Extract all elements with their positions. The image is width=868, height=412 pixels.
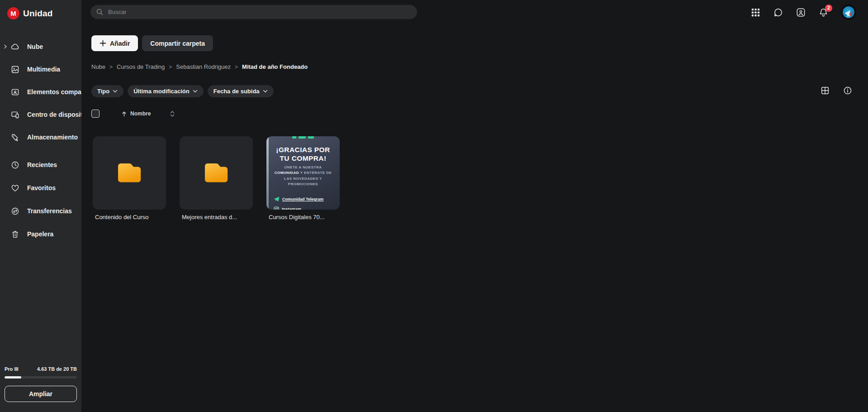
sidebar-item-label: Multimedia [27,66,81,73]
breadcrumb: Nube > Cursos de Trading > Sebastian Rod… [91,63,308,70]
breadcrumb-separator: > [235,64,238,70]
plus-icon [100,40,106,47]
image-thumbnail-tile[interactable]: ¡GRACIAS POR TU COMPRA! ÚNETE A NUESTRA … [266,136,340,210]
folder-icon [115,161,143,185]
instagram-link: Instagram [274,206,301,210]
filter-type-chip[interactable]: Tipo [91,85,123,97]
add-button[interactable]: Añadir [91,35,138,51]
sidebar-item-multimedia[interactable]: Multimedia [0,60,81,78]
sort-by-label[interactable]: Nombre [130,110,151,117]
sidebar-item-label: Papelera [27,230,81,238]
sidebar-item-label: Recientes [27,161,81,168]
storage-tag-icon [10,133,20,142]
search-bar[interactable] [90,5,417,19]
sidebar-item-elementos-compartidos[interactable]: Elementos compartidos [0,83,81,101]
notifications-button[interactable]: 2 [818,7,829,18]
sidebar-item-nube[interactable]: Nube [0,38,81,56]
devices-icon [10,110,20,120]
notification-badge: 2 [825,5,832,12]
plan-badge: Pro III [5,366,19,372]
share-folder-button[interactable]: Compartir carpeta [142,35,213,51]
account-avatar[interactable]: CT [841,5,856,20]
clock-icon [10,160,20,170]
sort-toggle-icon[interactable] [170,111,175,117]
instagram-icon [274,206,279,210]
app-logo[interactable]: M Unidad [7,7,53,19]
topbar-actions: 2 CT [750,4,856,21]
telegram-icon [274,196,280,202]
sidebar-item-label: Nube [27,43,81,50]
storage-progress-fill [5,376,21,378]
storage-summary: Pro III 4.63 TB de 20 TB Ampliar [5,366,77,402]
action-buttons: Añadir Compartir carpeta [91,35,213,51]
transfers-icon [10,206,20,216]
mega-logo-icon: M [7,7,19,19]
app-title: Unidad [23,9,53,19]
thumbnail-subtitle: ÚNETE A NUESTRA COMUNIDAD Y ENTÉRATE DE … [271,165,335,187]
chevron-down-icon [113,89,118,94]
sidebar-item-label: Elementos compartidos [27,88,81,96]
mega-drive-app: M Unidad Nube Multimedia Ele [0,0,868,412]
image-icon [10,65,20,74]
upgrade-button[interactable]: Ampliar [5,386,77,402]
view-controls [820,86,853,96]
main-panel: 2 CT Añadir Compartir carpeta [81,0,868,412]
sidebar-item-papelera[interactable]: Papelera [0,225,81,243]
telegram-link: Comunidad Telegram [274,196,323,202]
file-card[interactable]: ¡GRACIAS POR TU COMPRA! ÚNETE A NUESTRA … [266,136,340,220]
breadcrumb-item[interactable]: Nube [91,63,105,70]
sidebar-item-label: Almacenamiento [27,134,81,141]
sidebar-item-label: Favoritos [27,184,81,192]
folder-tile[interactable] [180,136,253,210]
thumbnail-title: ¡GRACIAS POR TU COMPRA! [269,146,337,163]
cloud-icon [10,42,20,52]
breadcrumb-separator: > [109,64,113,70]
chevron-right-icon[interactable] [3,44,8,49]
info-icon[interactable] [843,86,853,96]
sidebar-item-transferencias[interactable]: Transferencias [0,202,81,220]
sidebar-item-centro-dispositivos[interactable]: Centro de dispositivos [0,105,81,124]
file-name: Contenido del Curso [93,214,166,220]
avatar-image: CT [843,6,854,18]
contacts-icon[interactable] [796,7,806,18]
search-icon [96,8,104,16]
clipped-text-decoration [266,136,340,139]
sidebar-item-label: Transferencias [27,207,81,215]
breadcrumb-separator: > [169,64,172,70]
file-name: Mejores entradas d... [180,214,253,220]
heart-icon [10,183,20,193]
filter-modified-chip[interactable]: Última modificación [128,85,204,97]
chat-icon[interactable] [773,7,783,18]
list-header: Nombre [91,110,175,118]
breadcrumb-item[interactable]: Cursos de Trading [117,63,165,70]
sidebar: M Unidad Nube Multimedia Ele [0,0,81,412]
sidebar-item-favoritos[interactable]: Favoritos [0,179,81,197]
search-input[interactable] [108,9,412,15]
chevron-down-icon [263,89,268,94]
file-grid: Contenido del Curso Mejores entradas d..… [93,136,340,220]
sidebar-item-label: Centro de dispositivos [27,111,81,118]
breadcrumb-item[interactable]: Sebastian Rodriguez [176,63,231,70]
folder-tile[interactable] [93,136,166,210]
sidebar-item-almacenamiento[interactable]: Almacenamiento [0,128,81,146]
sidebar-item-recientes[interactable]: Recientes [0,156,81,174]
file-card[interactable]: Mejores entradas d... [180,136,253,220]
apps-grid-icon[interactable] [750,7,761,18]
filter-upload-date-chip[interactable]: Fecha de subida [208,85,274,97]
storage-progress-track [5,376,77,378]
trash-icon [10,230,20,239]
shared-folder-icon [10,87,20,97]
filter-chips: Tipo Última modificación Fecha de subida [91,85,274,97]
grid-view-icon[interactable] [820,86,830,96]
select-all-checkbox[interactable] [91,110,100,118]
file-card[interactable]: Contenido del Curso [93,136,166,220]
sort-direction-icon[interactable] [121,111,127,117]
file-name: Cursos Digitales 70... [266,214,340,220]
breadcrumb-current: Mitad de año Fondeado [242,63,308,70]
storage-usage-text: 4.63 TB de 20 TB [37,366,77,372]
folder-icon [202,161,230,185]
chevron-down-icon [193,89,198,94]
